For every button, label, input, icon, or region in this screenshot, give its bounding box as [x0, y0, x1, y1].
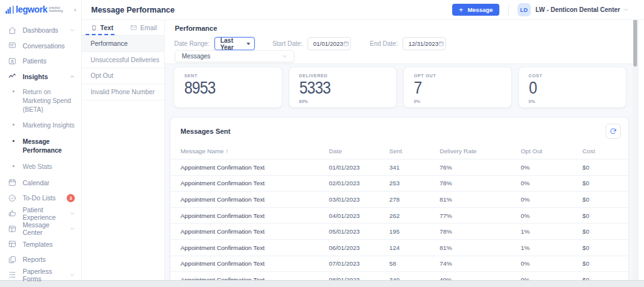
date-range-select[interactable]: Last Year [214, 37, 255, 50]
chevron-down-icon [70, 273, 75, 278]
cell-delivery-rate: 81% [440, 244, 521, 251]
stat-label: COST [529, 73, 616, 78]
cell-delivery-rate: 81% [440, 196, 521, 203]
stat-sub-percent: 0% [414, 99, 501, 104]
stat-sub-percent: 0% [529, 99, 616, 104]
sidebar-item-todo-lists[interactable]: To-Do Lists 3 [0, 190, 81, 206]
account-name[interactable]: LW - Denticon Dental Center [536, 6, 620, 13]
app-window: legwork practicemarketing ‹ Dashboards C… [0, 0, 644, 287]
cell-date: 03/01/2023 [329, 196, 389, 203]
tab-text[interactable]: Text [82, 20, 123, 35]
bottom-strip [0, 280, 644, 287]
sort-asc-icon: ↑ [226, 148, 229, 154]
table-row[interactable]: Appointment Confirmation Text 02/01/2023… [170, 175, 628, 192]
sidebar-subitem-message-performance[interactable]: Message Performance [0, 134, 81, 159]
stat-card: COST 0 0% [518, 67, 627, 108]
sidebar-collapse-icon[interactable]: ‹ [74, 6, 76, 13]
column-opt-out[interactable]: Opt Out [521, 148, 582, 154]
chat-icon [8, 41, 16, 50]
bullet-icon [13, 140, 14, 142]
sidebar-item-conversations[interactable]: Conversations [0, 38, 81, 54]
sidebar-subitem-return-on-marketing-spend[interactable]: Return on Marketing Spend (BETA) [0, 84, 81, 117]
sidebar-item-message-center[interactable]: Message Center [0, 221, 81, 237]
plus-icon: + [458, 6, 463, 14]
calendar-icon [8, 178, 16, 187]
end-date-input[interactable]: 12/31/2023 [402, 37, 446, 50]
bullet-icon [13, 124, 14, 126]
cell-opt-out: 0% [521, 180, 582, 187]
main-content: Performance Date Range: Last Year Start … [165, 20, 633, 280]
report-item-opt-out[interactable]: Opt Out [82, 68, 164, 85]
stat-value: 8953 [184, 80, 215, 97]
cell-opt-out: 1% [521, 228, 582, 235]
table-body: Appointment Confirmation Text 01/01/2023… [170, 159, 628, 280]
performance-title: Performance [175, 24, 217, 32]
bullet-icon [13, 90, 14, 92]
calendar-icon [343, 41, 349, 46]
message-type-select[interactable]: Messages [175, 50, 294, 62]
stats-row: SENT 8953 DELIVERED 5333 60% OPT OUT 7 0… [174, 67, 626, 108]
topbar: Message Performance + Message LD LW - De… [82, 0, 644, 20]
brand-tagline: practicemarketing [49, 6, 63, 13]
sidebar-nav: Dashboards Conversations Patients Insigh… [0, 19, 81, 283]
template-grid-icon [8, 240, 16, 248]
cell-message-name: Appointment Confirmation Text [180, 228, 329, 235]
table-row[interactable]: Appointment Confirmation Text 03/01/2023… [170, 191, 628, 207]
sidebar-item-patients[interactable]: Patients [0, 53, 81, 69]
table-row[interactable]: Appointment Confirmation Text 05/01/2023… [170, 223, 628, 239]
cell-delivery-rate: 78% [440, 228, 521, 235]
legwork-logo-icon [6, 6, 14, 14]
cell-date: 06/01/2023 [329, 244, 389, 251]
cell-delivery-rate: 74% [440, 260, 521, 267]
report-item-unsuccessful-deliveries[interactable]: Unsuccessful Deliveries [82, 52, 164, 68]
messages-sent-panel: Messages Sent Message Name↑ Date Sent De… [170, 117, 629, 280]
cell-opt-out: 0% [521, 260, 582, 267]
sidebar-item-insights[interactable]: Insights [0, 69, 81, 85]
sidebar-item-calendar[interactable]: Calendar [0, 175, 81, 190]
cell-sent: 341 [389, 164, 440, 171]
table-row[interactable]: Appointment Confirmation Text 08/01/2023… [170, 271, 628, 280]
start-date-label: Start Date: [272, 40, 303, 47]
chevron-down-icon [70, 28, 75, 33]
performance-panel: Performance Date Range: Last Year Start … [165, 20, 633, 64]
account-avatar[interactable]: LD [518, 3, 531, 16]
cell-cost: $0 [582, 196, 618, 203]
check-circle-icon [8, 194, 16, 202]
envelope-icon [130, 24, 137, 31]
caret-down-icon [247, 43, 250, 45]
sidebar-item-patient-experience[interactable]: Patient Experience [0, 205, 81, 221]
tab-email[interactable]: Email [123, 20, 165, 35]
report-item-invalid-phone-number[interactable]: Invalid Phone Number [82, 84, 164, 100]
start-date-input[interactable]: 01/01/2023 [308, 37, 351, 50]
chevron-down-icon[interactable] [623, 7, 629, 13]
sidebar-subitem-web-stats[interactable]: Web Stats [0, 159, 81, 175]
table-row[interactable]: Appointment Confirmation Text 01/01/2023… [170, 159, 628, 175]
table-row[interactable]: Appointment Confirmation Text 06/01/2023… [170, 239, 628, 256]
sidebar-subitem-marketing-insights[interactable]: Marketing Insights [0, 117, 81, 134]
column-delivery-rate[interactable]: Delivery Rate [440, 148, 521, 154]
column-sent[interactable]: Sent [389, 148, 440, 154]
topbar-divider [508, 5, 509, 15]
cell-date: 07/01/2023 [329, 260, 389, 267]
cell-opt-out: 0% [521, 212, 582, 219]
scrollbar-thumb[interactable] [633, 16, 637, 67]
cell-message-name: Appointment Confirmation Text [180, 244, 329, 251]
column-cost[interactable]: Cost [582, 148, 618, 154]
date-range-label: Date Range: [174, 40, 209, 47]
table-row[interactable]: Appointment Confirmation Text 07/01/2023… [170, 256, 628, 272]
sidebar-item-templates[interactable]: Templates [0, 236, 81, 252]
cell-message-name: Appointment Confirmation Text [180, 260, 329, 267]
stat-sub-percent: 60% [299, 99, 387, 104]
column-message-name[interactable]: Message Name↑ [180, 148, 329, 154]
report-item-performance[interactable]: Performance [82, 36, 164, 52]
sidebar-item-dashboards[interactable]: Dashboards [0, 23, 81, 38]
column-date[interactable]: Date [329, 148, 389, 154]
table-title: Messages Sent [180, 127, 230, 135]
stat-value: 0 [529, 80, 536, 97]
new-message-button[interactable]: + Message [452, 4, 499, 16]
cell-message-name: Appointment Confirmation Text [180, 196, 329, 203]
sidebar-item-paperless-forms[interactable]: Paperless Forms [0, 267, 81, 283]
sidebar-item-reports[interactable]: Reports [0, 252, 81, 268]
refresh-button[interactable] [606, 124, 621, 139]
table-row[interactable]: Appointment Confirmation Text 04/01/2023… [170, 207, 628, 224]
